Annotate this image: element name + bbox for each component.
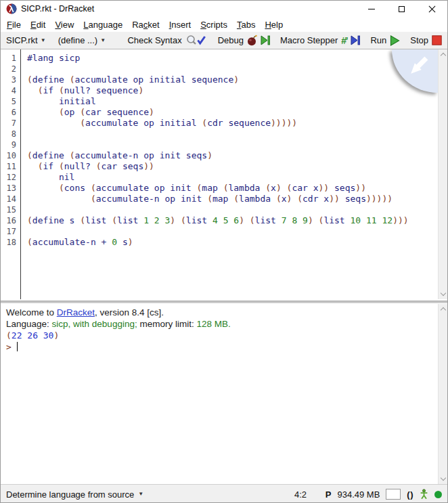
- code-line-16[interactable]: (define s (list (list 1 2 3) (list 4 5 6…: [27, 215, 438, 226]
- magnifier-check-icon: [185, 35, 208, 46]
- code-line-2[interactable]: [27, 64, 438, 74]
- menu-file[interactable]: File: [2, 18, 26, 31]
- code-token: )): [355, 183, 366, 193]
- run-icon: [390, 35, 400, 46]
- run-button[interactable]: Run: [370, 35, 400, 46]
- code-line-7[interactable]: (accumulate op initial (cdr sequence))))…: [27, 118, 438, 129]
- interactions-line-2[interactable]: Language: sicp, with debugging; memory l…: [6, 318, 438, 330]
- scroll-up-icon[interactable]: [440, 307, 445, 313]
- menu-tabs[interactable]: Tabs: [232, 18, 260, 31]
- code-token: define: [32, 74, 70, 85]
- code-line-3[interactable]: (define (accumulate op initial sequence): [27, 74, 438, 85]
- paren-match-indicator: (): [407, 489, 413, 500]
- splitter-bar: [1, 301, 447, 303]
- code-token: seqs: [334, 183, 355, 193]
- scroll-down-icon[interactable]: [440, 475, 445, 481]
- minimize-button[interactable]: [356, 1, 386, 17]
- code-token: [27, 96, 59, 106]
- menu-racket[interactable]: Racket: [127, 18, 164, 31]
- code-token: [27, 172, 59, 182]
- code-token: cdr sequence: [207, 118, 271, 128]
- menu-insert[interactable]: Insert: [164, 18, 196, 31]
- close-button[interactable]: [417, 1, 447, 17]
- code-line-11[interactable]: (if (null? (car seqs)): [27, 161, 438, 172]
- line-number: 15: [1, 204, 20, 215]
- debug-label: Debug: [218, 35, 244, 45]
- code-line-1[interactable]: #lang sicp: [27, 53, 438, 64]
- code-token: x: [271, 183, 276, 193]
- definitions-navigator-dropdown[interactable]: (define ...) ▼: [58, 35, 106, 45]
- close-icon: [428, 5, 436, 13]
- code-line-9[interactable]: [27, 139, 438, 150]
- code-token: ))))): [271, 118, 297, 128]
- interactions-line-4[interactable]: >: [6, 341, 438, 353]
- line-number: 16: [1, 215, 20, 226]
- code-line-13[interactable]: (cons (accumulate op init (map (lambda (…: [27, 183, 438, 194]
- line-number: 17: [1, 226, 20, 237]
- code-line-14[interactable]: (accumulate-n op init (map (lambda (x) (…: [27, 194, 438, 204]
- code-token: list: [255, 215, 282, 225]
- code-line-17[interactable]: [27, 226, 438, 237]
- maximize-button[interactable]: [386, 1, 417, 17]
- menu-help[interactable]: Help: [260, 18, 288, 31]
- interactions-token: Language:: [6, 319, 52, 329]
- code-line-8[interactable]: [27, 129, 438, 139]
- window-title: SICP.rkt - DrRacket: [21, 4, 94, 14]
- stop-button[interactable]: Stop: [410, 35, 442, 45]
- line-number: 11: [1, 161, 20, 172]
- toolbar-right: Check Syntax Debug: [127, 35, 442, 46]
- code-line-18[interactable]: (accumulate-n + 0 s): [27, 237, 438, 248]
- menu-label-accel: V: [55, 20, 60, 30]
- macro-stepper-button[interactable]: Macro Stepper #': [280, 35, 360, 46]
- code-token: (: [276, 194, 282, 204]
- code-line-4[interactable]: (if (null? sequence): [27, 85, 438, 96]
- code-line-6[interactable]: (op (car sequence): [27, 107, 438, 118]
- file-tab-dropdown[interactable]: SICP.rkt ▼: [6, 35, 46, 45]
- line-number: 8: [1, 129, 20, 139]
- code-token: (: [27, 215, 32, 225]
- menu-label-accel: S: [200, 20, 206, 30]
- code-token: ): [207, 150, 212, 160]
- language-selector[interactable]: Determine language from source ▼: [6, 489, 143, 500]
- code-line-10[interactable]: (define (accumulate-n op init seqs): [27, 150, 438, 161]
- menu-edit[interactable]: Edit: [26, 18, 50, 31]
- code-token: list: [323, 215, 350, 225]
- check-syntax-button[interactable]: Check Syntax: [127, 35, 207, 46]
- code-token: accumulate op init: [96, 183, 197, 193]
- code-line-15[interactable]: [27, 204, 438, 215]
- debug-button[interactable]: Debug: [218, 35, 270, 46]
- menu-label-accel: F: [7, 20, 12, 30]
- menu-language[interactable]: Language: [79, 18, 127, 31]
- menu-label-accel: L: [83, 20, 88, 30]
- code-token: null?: [64, 161, 96, 171]
- code-token: (: [112, 215, 117, 225]
- scroll-down-icon[interactable]: [440, 290, 445, 296]
- menu-scripts[interactable]: Scripts: [196, 18, 232, 31]
- interactions-area[interactable]: Welcome to DrRacket, version 8.4 [cs].La…: [1, 304, 438, 484]
- code-token: x: [282, 194, 287, 204]
- code-token: list: [85, 215, 112, 225]
- definitions-scrollbar[interactable]: [438, 49, 447, 299]
- interactions-line-1[interactable]: Welcome to DrRacket, version 8.4 [cs].: [6, 307, 438, 318]
- code-editor[interactable]: #lang sicp(define (accumulate op initial…: [22, 49, 438, 299]
- code-line-5[interactable]: initial: [27, 96, 438, 107]
- file-tab-label: SICP.rkt: [6, 35, 38, 45]
- interactions-line-3[interactable]: (22 26 30): [6, 330, 438, 341]
- menu-label-part: abs: [241, 20, 255, 30]
- interactions-scrollbar[interactable]: [438, 304, 447, 484]
- code-token: ): [233, 74, 239, 85]
- check-syntax-label: Check Syntax: [127, 35, 181, 45]
- run-label: Run: [370, 35, 386, 45]
- scroll-up-icon[interactable]: [440, 53, 445, 58]
- gc-person-icon[interactable]: [420, 489, 428, 500]
- menu-label-part: elp: [271, 20, 283, 30]
- code-token: accumulate-n op init: [96, 194, 207, 204]
- code-line-12[interactable]: nil: [27, 172, 438, 183]
- blank-indicator-box: [386, 489, 401, 500]
- line-number: 1: [1, 53, 20, 64]
- menu-view[interactable]: View: [50, 18, 79, 31]
- code-token: (: [59, 161, 64, 171]
- code-token: [27, 107, 59, 117]
- code-token: 4 5 6: [212, 215, 239, 225]
- pane-splitter[interactable]: [1, 299, 447, 304]
